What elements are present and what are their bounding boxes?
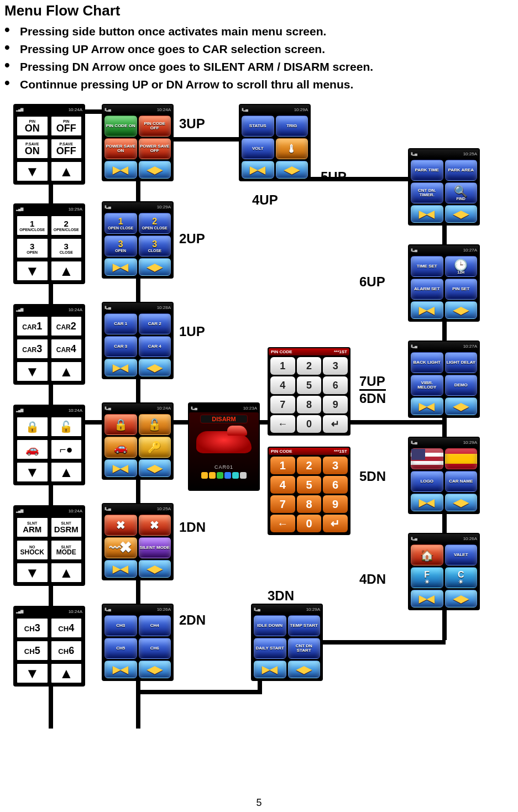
tile-fahrenheit: F☀ <box>411 567 443 588</box>
label-4dn: 4DN <box>359 572 386 587</box>
nav-up-icon: ◀▶ <box>445 590 478 607</box>
key-5: 5 <box>297 376 322 394</box>
label-1up: 1UP <box>179 324 205 339</box>
tile-ch4: CH4 <box>50 617 83 638</box>
tile-x3: 〰✖ <box>104 537 137 558</box>
tile-daily-start: DAILY START <box>254 638 286 659</box>
nav-up-icon: ◀▶ <box>139 359 171 376</box>
status-time: 10:24A <box>69 307 82 312</box>
keypad-title: PIN CODE <box>271 449 292 454</box>
tile-alarm-set: ALARM SET <box>411 279 443 300</box>
mono-screen-open-close: ▂▄▆10:29A 1OPEN/CLOSE 2OPEN/CLOSE 3OPEN … <box>13 203 85 284</box>
status-icon <box>209 472 216 479</box>
nav-down-icon: ▶◀ <box>411 494 443 511</box>
down-arrow-icon: ▼ <box>16 562 49 583</box>
tile-status: STATUS <box>242 116 274 137</box>
signal-icon: ▮▂▄ <box>104 205 111 209</box>
color-screen-5up: ▮▂▄10:25A PARK TIME PARK AREA CNT DN. TI… <box>408 148 480 226</box>
keypad-title: PIN CODE <box>271 349 292 354</box>
tile-ch5: CH5 <box>16 640 49 661</box>
nav-down-icon: ▶◀ <box>104 459 137 477</box>
connector <box>136 690 262 694</box>
down-arrow-icon: ▼ <box>16 361 49 382</box>
signal-icon: ▮▂▄ <box>411 440 417 444</box>
key-7: 7 <box>270 495 295 513</box>
flag-us-icon <box>411 448 443 469</box>
label-3up: 3UP <box>179 116 205 132</box>
nav-up-icon: ◀▶ <box>139 161 171 179</box>
tile-car1: CAR1 <box>16 316 49 337</box>
flow-chart: ▂▄▆10:24A PINON PINOFF P.SAVEON P.SAVEOF… <box>13 104 505 756</box>
key-6: 6 <box>323 376 348 394</box>
signal-icon: ▮▂▄ <box>411 536 417 541</box>
down-arrow-icon: ▼ <box>16 161 49 182</box>
key-4: 4 <box>270 376 295 394</box>
tile-x2: ✖ <box>139 515 171 536</box>
signal-icon: ▂▄▆ <box>16 609 23 614</box>
tile-pincode-on: PIN CODE ON <box>104 116 137 137</box>
color-screen-4up: ▮▂▄10:29A STATUS TRIG VOLT 🌡 ▶◀ ◀▶ <box>239 104 311 181</box>
keypad-orange: PIN CODE***1ST 1 2 3 4 5 6 7 8 9 ← 0 ↵ <box>268 447 350 535</box>
nav-up-icon: ◀▶ <box>139 661 171 678</box>
signal-icon: ▂▄▆ <box>16 307 23 312</box>
key-icon: 🔑 <box>139 437 171 458</box>
up-arrow-icon: ▲ <box>50 361 83 382</box>
signal-icon: ▮▂▄ <box>191 406 197 410</box>
tile-logo: LOGO <box>411 471 443 492</box>
key-8: 8 <box>297 396 322 413</box>
tile-trig: TRIG <box>276 116 308 137</box>
up-arrow-icon: ▲ <box>50 462 83 483</box>
keypad-attempt: ***1ST <box>334 349 347 354</box>
status-time: 10:29A <box>463 440 477 445</box>
signal-icon: ▮▂▄ <box>104 406 111 410</box>
key-2: 2 <box>297 457 322 474</box>
tile-ch5: CH5 <box>104 638 137 659</box>
key-9: 9 <box>323 495 348 513</box>
key-back: ← <box>270 415 295 433</box>
mono-screen-channels: ▂▄▆10:24A CH3 CH4 CH5 CH6 ▼ ▲ <box>13 606 85 687</box>
tile-car3: CAR3 <box>16 338 49 359</box>
color-screen-main: ▮▂▄10:24A 🔒 🔓 🚗 🔑 ▶◀ ◀▶ <box>102 402 174 480</box>
bullet-text: Pressing UP Arrow once goes to CAR selec… <box>20 43 325 56</box>
tile-park-area: PARK AREA <box>445 160 478 181</box>
signal-icon: ▮▂▄ <box>104 607 111 611</box>
signal-icon: ▮▂▄ <box>411 151 417 156</box>
lock-icon <box>201 472 208 479</box>
status-icon <box>232 472 239 479</box>
tile-ch6: CH6 <box>139 638 171 659</box>
mono-screen-car-select: ▂▄▆10:24A CAR1 CAR2 CAR3 CAR4 ▼ ▲ <box>13 304 85 385</box>
nav-down-icon: ▶◀ <box>411 301 443 319</box>
up-arrow-icon: ▲ <box>50 260 83 281</box>
car-illustration <box>196 431 252 453</box>
nav-down-icon: ▶◀ <box>104 258 137 276</box>
thermometer-icon: 🌡 <box>276 138 308 159</box>
color-screen-3up: ▮▂▄10:24A PIN CODE ON PIN CODE OFF POWER… <box>102 104 174 181</box>
key-2: 2 <box>297 357 322 375</box>
status-time: 10:26A <box>157 607 171 612</box>
key-back: ← <box>270 515 295 532</box>
car-status-icons <box>189 472 259 479</box>
mono-screen-pin-psave: ▂▄▆10:24A PINON PINOFF P.SAVEON P.SAVEOF… <box>13 104 85 185</box>
key-8: 8 <box>297 495 322 513</box>
color-screen-2up: ▮▂▄10:29A 1OPEN CLOSE 2OPEN CLOSE 3OPEN … <box>102 201 174 279</box>
mono-screen-main: ▂▄▆10:24A 🔒 🔓 🚗 ⌐● ▼ ▲ <box>13 405 85 485</box>
tile-demo: DEMO <box>445 375 478 396</box>
status-time: 10:29A <box>69 207 82 212</box>
tile-1-openclose: 1OPEN CLOSE <box>104 213 137 234</box>
color-screen-1up: ▮▂▄10:28A CAR 1 CAR 2 CAR 3 CAR 4 ▶◀ ◀▶ <box>102 302 174 379</box>
status-time: 10:29A <box>306 607 320 612</box>
tile-powersave-off: POWER SAVE OFF <box>139 138 171 159</box>
key-5: 5 <box>297 476 322 494</box>
tile-car-name: CAR NAME <box>445 471 478 492</box>
tile-car4: CAR4 <box>50 338 83 359</box>
status-time: 10:26A <box>463 536 477 541</box>
label-7up-6dn: 7UP6DN <box>359 374 386 406</box>
status-icon <box>240 472 247 479</box>
nav-up-icon: ◀▶ <box>139 560 171 578</box>
tile-volt: VOLT <box>242 138 274 159</box>
tile-pin-on: PINON <box>16 116 49 137</box>
nav-down-icon: ▶◀ <box>411 590 443 607</box>
status-time: 10:27A <box>463 248 477 253</box>
label-4up: 4UP <box>252 192 278 208</box>
page-title: Menu Flow Chart <box>0 0 518 23</box>
